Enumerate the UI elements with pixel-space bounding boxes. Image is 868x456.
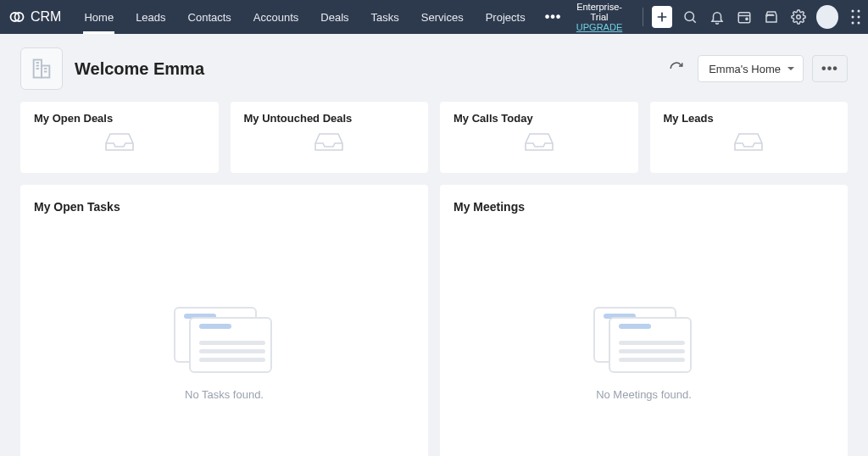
- empty-illustration-icon: [174, 307, 275, 375]
- user-avatar[interactable]: [816, 5, 838, 29]
- nav-tab-services[interactable]: Services: [410, 0, 475, 34]
- welcome-header: Welcome Emma Emma's Home •••: [0, 34, 868, 102]
- brand-logo-icon: [8, 8, 25, 25]
- card-title: My Leads: [664, 112, 835, 125]
- svg-point-9: [797, 15, 801, 19]
- app-switcher-button[interactable]: [849, 7, 863, 27]
- welcome-actions: Emma's Home •••: [664, 55, 848, 82]
- svg-line-5: [693, 19, 695, 22]
- nav-tab-deals[interactable]: Deals: [309, 0, 359, 34]
- card-my-untouched-deals[interactable]: My Untouched Deals: [231, 102, 429, 173]
- nav-tab-contacts[interactable]: Contacts: [177, 0, 242, 34]
- svg-point-8: [746, 18, 748, 19]
- bell-icon: [709, 9, 725, 25]
- empty-illustration-icon: [593, 307, 695, 375]
- trial-label: Enterprise-Trial: [570, 2, 628, 22]
- top-navbar: CRM Home Leads Contacts Accounts Deals T…: [0, 0, 868, 34]
- empty-tray-icon: [244, 131, 415, 152]
- card-my-open-deals[interactable]: My Open Deals: [20, 102, 219, 173]
- trial-block: Enterprise-Trial UPGRADE: [570, 2, 628, 32]
- nav-tab-leads[interactable]: Leads: [125, 0, 176, 34]
- empty-tray-icon: [664, 131, 835, 152]
- nav-tab-accounts[interactable]: Accounts: [242, 0, 309, 34]
- card-title: My Meetings: [453, 200, 834, 214]
- card-my-calls-today[interactable]: My Calls Today: [440, 102, 638, 173]
- brand[interactable]: CRM: [8, 8, 61, 25]
- building-icon: [30, 57, 53, 81]
- card-my-open-tasks[interactable]: My Open Tasks No Tasks found.: [20, 185, 428, 456]
- card-title: My Open Tasks: [34, 200, 415, 214]
- more-actions-button[interactable]: •••: [812, 55, 848, 82]
- welcome-title: Welcome Emma: [75, 59, 204, 79]
- inbox-icon: [524, 131, 554, 152]
- empty-state: No Tasks found.: [34, 307, 415, 401]
- nav-more-button[interactable]: •••: [537, 9, 570, 25]
- inbox-icon: [314, 131, 344, 152]
- svg-point-13: [857, 16, 860, 19]
- inbox-icon: [733, 131, 764, 152]
- refresh-button[interactable]: [664, 56, 689, 81]
- svg-rect-6: [738, 13, 750, 23]
- empty-tray-icon: [453, 131, 625, 152]
- small-cards-row: My Open Deals My Untouched Deals My Call…: [20, 102, 848, 173]
- settings-button[interactable]: [789, 7, 808, 27]
- topbar-right: Enterprise-Trial UPGRADE: [570, 2, 860, 32]
- topbar-divider: [643, 8, 643, 26]
- nav-tab-home[interactable]: Home: [73, 0, 125, 34]
- notifications-button[interactable]: [708, 7, 726, 27]
- inbox-icon: [104, 131, 135, 152]
- svg-point-10: [851, 10, 854, 13]
- view-selector-label: Emma's Home: [709, 63, 781, 75]
- svg-point-12: [851, 16, 854, 19]
- company-logo-placeholder[interactable]: [20, 47, 63, 90]
- empty-text: No Tasks found.: [185, 388, 264, 401]
- search-button[interactable]: [681, 7, 699, 27]
- nav-tab-tasks[interactable]: Tasks: [360, 0, 410, 34]
- plus-icon: [655, 10, 669, 24]
- brand-name: CRM: [31, 9, 61, 25]
- empty-text: No Meetings found.: [596, 388, 692, 401]
- store-button[interactable]: [762, 7, 781, 27]
- nav-tabs: Home Leads Contacts Accounts Deals Tasks…: [73, 0, 570, 34]
- card-my-leads[interactable]: My Leads: [650, 102, 849, 173]
- nav-tab-projects[interactable]: Projects: [475, 0, 537, 34]
- empty-state: No Meetings found.: [453, 307, 834, 401]
- grid-icon: [851, 9, 861, 25]
- refresh-icon: [669, 61, 684, 76]
- gear-icon: [791, 9, 806, 25]
- empty-tray-icon: [34, 131, 205, 152]
- card-title: My Open Deals: [34, 112, 205, 125]
- large-cards-row: My Open Tasks No Tasks found. My Meeting…: [20, 185, 848, 456]
- svg-point-11: [857, 10, 860, 13]
- create-button[interactable]: [652, 6, 672, 28]
- card-title: My Calls Today: [453, 112, 625, 125]
- search-icon: [682, 9, 698, 25]
- card-title: My Untouched Deals: [244, 112, 415, 125]
- calendar-button[interactable]: [735, 7, 754, 27]
- calendar-icon: [737, 9, 752, 25]
- dashboard-content: My Open Deals My Untouched Deals My Call…: [0, 102, 868, 456]
- view-selector[interactable]: Emma's Home: [698, 55, 804, 82]
- store-icon: [764, 9, 779, 25]
- svg-point-4: [685, 12, 694, 21]
- svg-point-15: [857, 22, 860, 25]
- upgrade-link[interactable]: UPGRADE: [570, 22, 628, 32]
- svg-point-14: [851, 22, 854, 25]
- card-my-meetings[interactable]: My Meetings No Meetings found.: [440, 185, 848, 456]
